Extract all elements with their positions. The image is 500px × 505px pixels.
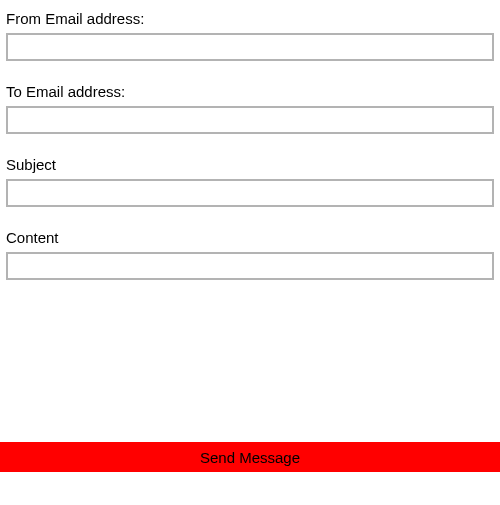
subject-input[interactable]	[6, 179, 494, 207]
subject-field-group: Subject	[6, 156, 494, 207]
content-field-group: Content	[6, 229, 494, 280]
send-message-button[interactable]: Send Message	[0, 442, 500, 472]
from-field-group: From Email address:	[6, 10, 494, 61]
from-input[interactable]	[6, 33, 494, 61]
email-form: From Email address: To Email address: Su…	[0, 0, 500, 280]
to-label: To Email address:	[6, 83, 494, 100]
from-label: From Email address:	[6, 10, 494, 27]
content-input[interactable]	[6, 252, 494, 280]
subject-label: Subject	[6, 156, 494, 173]
to-field-group: To Email address:	[6, 83, 494, 134]
to-input[interactable]	[6, 106, 494, 134]
content-label: Content	[6, 229, 494, 246]
